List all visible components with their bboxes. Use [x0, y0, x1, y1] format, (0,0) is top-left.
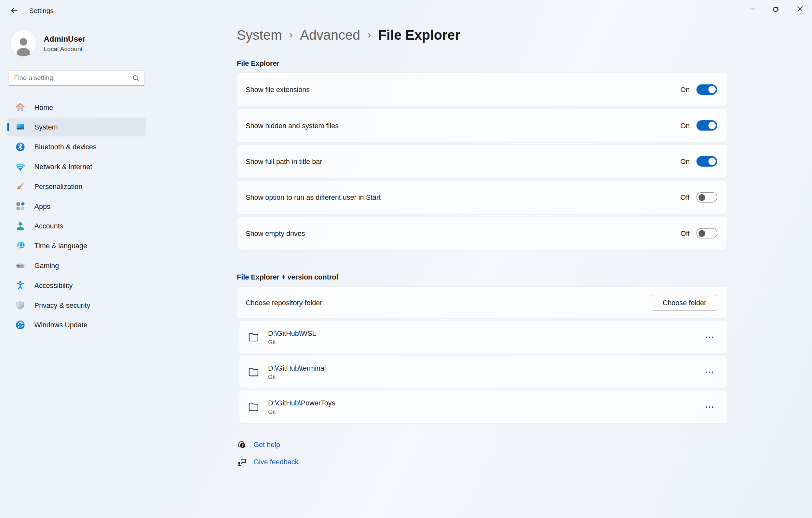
get-help-icon: ?	[237, 440, 246, 450]
sidebar-item-windows-update[interactable]: Windows Update	[7, 316, 146, 335]
privacy-security-icon	[15, 300, 25, 310]
sidebar-item-label: Accessibility	[34, 282, 73, 289]
version-control-card-list: Choose repository folder Choose folder D…	[237, 286, 729, 424]
minimize-icon	[749, 6, 755, 12]
main-content: System › Advanced › File Explorer File E…	[237, 21, 729, 474]
repository-type: Git	[268, 408, 335, 414]
sidebar-item-accounts[interactable]: Accounts	[7, 217, 146, 236]
folder-icon	[248, 332, 260, 343]
time-language-icon	[15, 240, 25, 251]
sidebar-item-apps[interactable]: Apps	[7, 197, 146, 216]
app-title: Settings	[29, 6, 54, 14]
windows-update-icon	[15, 319, 25, 330]
svg-text:?: ?	[241, 443, 244, 448]
sidebar-item-label: System	[34, 123, 58, 131]
user-account-type: Local Account	[44, 45, 85, 52]
setting-label: Show file extensions	[245, 86, 680, 93]
repository-row-wsl: D:\GitHub\WSL Git	[239, 320, 727, 354]
sidebar-item-home[interactable]: Home	[7, 98, 146, 117]
bluetooth-icon	[15, 142, 25, 152]
repository-row-terminal: D:\GitHub\terminal Git	[239, 355, 727, 389]
setting-row-show-full-path: Show full path in title bar On	[237, 144, 727, 179]
toggle-thumb	[698, 194, 705, 201]
folder-icon	[248, 402, 260, 412]
toggle-switch[interactable]	[697, 192, 717, 202]
choose-repository-folder-row: Choose repository folder Choose folder	[237, 286, 727, 319]
choose-folder-button[interactable]: Choose folder	[651, 294, 717, 311]
sidebar-item-label: Bluetooth & devices	[34, 143, 97, 151]
toggle-thumb	[708, 158, 716, 165]
toggle-state-label: Off	[680, 193, 690, 201]
more-options-button[interactable]	[702, 401, 717, 412]
get-help-row: ? Get help	[237, 440, 729, 450]
section-heading-version-control: File Explorer + version control	[237, 273, 729, 281]
toggle-state-label: On	[680, 122, 690, 130]
breadcrumb: System › Advanced › File Explorer	[237, 27, 729, 43]
gaming-icon	[15, 260, 25, 271]
close-icon	[797, 6, 803, 12]
toggle-state-label: On	[680, 157, 690, 165]
title-bar: Settings	[0, 0, 812, 21]
setting-label: Show empty drives	[245, 229, 680, 237]
repository-path: D:\GitHub\WSL	[268, 329, 316, 337]
sidebar-item-network-internet[interactable]: Network & internet	[7, 157, 146, 176]
user-name: AdminUser	[44, 34, 85, 43]
toggle-switch[interactable]	[697, 84, 717, 95]
toggle-switch[interactable]	[697, 228, 717, 238]
back-arrow-icon	[9, 6, 18, 15]
toggle-thumb	[698, 230, 705, 236]
page-title: File Explorer	[378, 27, 460, 43]
search-input[interactable]	[9, 71, 144, 86]
sidebar-item-label: Home	[34, 104, 53, 111]
user-profile[interactable]: AdminUser Local Account	[10, 30, 154, 56]
back-button[interactable]	[4, 3, 23, 18]
give-feedback-icon	[237, 457, 246, 467]
close-button[interactable]	[788, 0, 812, 18]
sidebar-item-label: Accounts	[34, 222, 63, 230]
breadcrumb-separator: ›	[289, 29, 293, 41]
person-icon	[11, 33, 35, 56]
breadcrumb-system[interactable]: System	[237, 27, 282, 43]
sidebar-item-bluetooth-devices[interactable]: Bluetooth & devices	[7, 137, 146, 156]
maximize-button[interactable]	[764, 0, 788, 18]
toggle-state-label: Off	[680, 229, 690, 237]
repository-type: Git	[268, 339, 316, 345]
folder-icon	[248, 366, 260, 377]
more-options-button[interactable]	[702, 331, 717, 343]
setting-label: Show hidden and system files	[245, 122, 680, 130]
sidebar-item-label: Network & internet	[34, 163, 92, 171]
sidebar-item-label: Apps	[34, 202, 51, 210]
repository-row-powertoys: D:\GitHub\PowerToys Git	[239, 390, 727, 424]
search-box	[8, 70, 145, 86]
setting-label: Show option to run as different user in …	[245, 193, 680, 201]
more-options-button[interactable]	[702, 366, 717, 378]
window-controls	[740, 0, 812, 18]
maximize-restore-icon	[773, 6, 779, 12]
search-icon	[132, 74, 140, 82]
sidebar-item-system[interactable]: System	[7, 118, 146, 137]
selected-indicator	[7, 123, 9, 132]
settings-window: Settings AdminUser Local Account	[0, 0, 812, 518]
sidebar-item-privacy-security[interactable]: Privacy & security	[7, 296, 146, 315]
apps-icon	[15, 201, 25, 211]
minimize-button[interactable]	[740, 0, 764, 18]
toggle-switch[interactable]	[697, 120, 717, 131]
sidebar: AdminUser Local Account Home	[0, 21, 154, 335]
setting-row-show-empty-drives: Show empty drives Off	[237, 216, 727, 251]
get-help-link[interactable]: Get help	[254, 441, 280, 449]
sidebar-item-label: Time & language	[34, 242, 88, 250]
give-feedback-link[interactable]: Give feedback	[254, 458, 298, 466]
sidebar-item-gaming[interactable]: Gaming	[7, 256, 146, 275]
toggle-switch[interactable]	[697, 156, 717, 167]
breadcrumb-advanced[interactable]: Advanced	[300, 27, 360, 43]
sidebar-item-personalization[interactable]: Personalization	[7, 177, 146, 196]
toggle-thumb	[708, 86, 716, 93]
repository-type: Git	[268, 374, 326, 380]
setting-label: Choose repository folder	[245, 299, 651, 307]
repository-path: D:\GitHub\terminal	[268, 364, 326, 372]
setting-row-show-file-extensions: Show file extensions On	[237, 72, 727, 107]
sidebar-item-accessibility[interactable]: Accessibility	[7, 276, 146, 295]
sidebar-item-time-language[interactable]: Time & language	[7, 236, 146, 255]
home-icon	[15, 102, 25, 113]
sidebar-item-label: Windows Update	[34, 321, 88, 328]
